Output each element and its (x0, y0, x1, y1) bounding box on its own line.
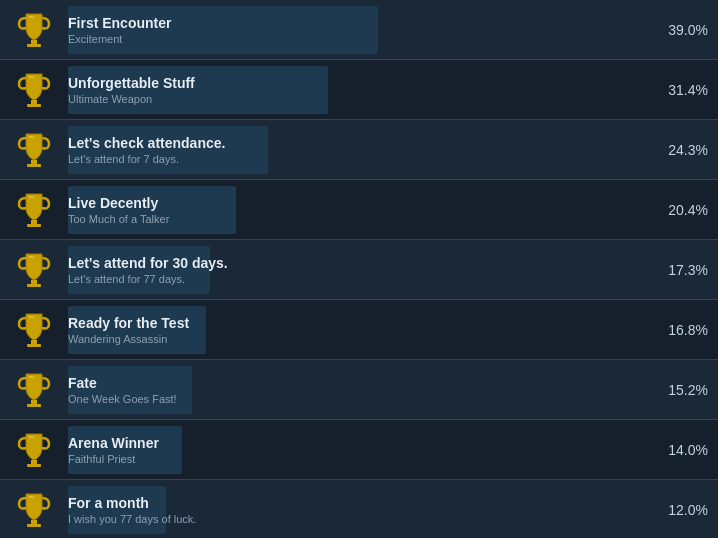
achievement-desc: I wish you 77 days of luck. (68, 513, 643, 525)
achievement-list: First Encounter Excitement 39.0% Unforge… (0, 0, 718, 538)
svg-rect-16 (31, 520, 37, 524)
svg-rect-13 (27, 404, 41, 407)
achievement-name: Live Decently (68, 195, 643, 211)
achievement-info: Live Decently Too Much of a Talker (68, 186, 643, 234)
achievement-row: For a month I wish you 77 days of luck. … (0, 480, 718, 538)
achievement-row: Let's check attendance. Let's attend for… (0, 120, 718, 180)
achievement-row: Unforgettable Stuff Ultimate Weapon 31.4… (0, 60, 718, 120)
svg-rect-14 (31, 460, 37, 464)
achievement-name: First Encounter (68, 15, 643, 31)
achievement-info: Fate One Week Goes Fast! (68, 366, 643, 414)
achievement-info: Let's check attendance. Let's attend for… (68, 126, 643, 174)
svg-rect-6 (31, 220, 37, 224)
achievement-desc: Let's attend for 77 days. (68, 273, 643, 285)
trophy-icon (10, 246, 58, 294)
achievement-percent: 20.4% (653, 202, 708, 218)
achievement-percent: 31.4% (653, 82, 708, 98)
svg-rect-9 (27, 284, 41, 287)
trophy-icon (10, 66, 58, 114)
svg-rect-2 (31, 100, 37, 104)
achievement-desc: Ultimate Weapon (68, 93, 643, 105)
svg-rect-10 (31, 340, 37, 344)
achievement-info: Arena Winner Faithful Priest (68, 426, 643, 474)
trophy-icon (10, 6, 58, 54)
achievement-desc: Let's attend for 7 days. (68, 153, 643, 165)
achievement-row: Fate One Week Goes Fast! 15.2% (0, 360, 718, 420)
trophy-icon (10, 486, 58, 534)
achievement-name: Unforgettable Stuff (68, 75, 643, 91)
trophy-icon (10, 126, 58, 174)
svg-rect-4 (31, 160, 37, 164)
achievement-percent: 12.0% (653, 502, 708, 518)
achievement-row: Ready for the Test Wandering Assassin 16… (0, 300, 718, 360)
achievement-info: Let's attend for 30 days. Let's attend f… (68, 246, 643, 294)
achievement-name: Fate (68, 375, 643, 391)
trophy-icon (10, 366, 58, 414)
svg-rect-3 (27, 104, 41, 107)
achievement-row: Live Decently Too Much of a Talker 20.4% (0, 180, 718, 240)
achievement-percent: 39.0% (653, 22, 708, 38)
svg-rect-8 (31, 280, 37, 284)
svg-rect-7 (27, 224, 41, 227)
achievement-name: For a month (68, 495, 643, 511)
achievement-desc: Wandering Assassin (68, 333, 643, 345)
svg-rect-1 (27, 44, 41, 47)
trophy-icon (10, 306, 58, 354)
achievement-info: For a month I wish you 77 days of luck. (68, 486, 643, 534)
achievement-desc: Too Much of a Talker (68, 213, 643, 225)
achievement-name: Ready for the Test (68, 315, 643, 331)
achievement-percent: 15.2% (653, 382, 708, 398)
achievement-desc: One Week Goes Fast! (68, 393, 643, 405)
achievement-info: Ready for the Test Wandering Assassin (68, 306, 643, 354)
achievement-percent: 16.8% (653, 322, 708, 338)
trophy-icon (10, 186, 58, 234)
achievement-name: Arena Winner (68, 435, 643, 451)
svg-rect-12 (31, 400, 37, 404)
achievement-name: Let's attend for 30 days. (68, 255, 643, 271)
trophy-icon (10, 426, 58, 474)
achievement-desc: Excitement (68, 33, 643, 45)
svg-rect-0 (31, 40, 37, 44)
achievement-name: Let's check attendance. (68, 135, 643, 151)
achievement-row: First Encounter Excitement 39.0% (0, 0, 718, 60)
svg-rect-15 (27, 464, 41, 467)
achievement-percent: 24.3% (653, 142, 708, 158)
achievement-desc: Faithful Priest (68, 453, 643, 465)
achievement-row: Arena Winner Faithful Priest 14.0% (0, 420, 718, 480)
svg-rect-11 (27, 344, 41, 347)
achievement-info: Unforgettable Stuff Ultimate Weapon (68, 66, 643, 114)
achievement-info: First Encounter Excitement (68, 6, 643, 54)
svg-rect-17 (27, 524, 41, 527)
achievement-percent: 17.3% (653, 262, 708, 278)
achievement-row: Let's attend for 30 days. Let's attend f… (0, 240, 718, 300)
achievement-percent: 14.0% (653, 442, 708, 458)
svg-rect-5 (27, 164, 41, 167)
